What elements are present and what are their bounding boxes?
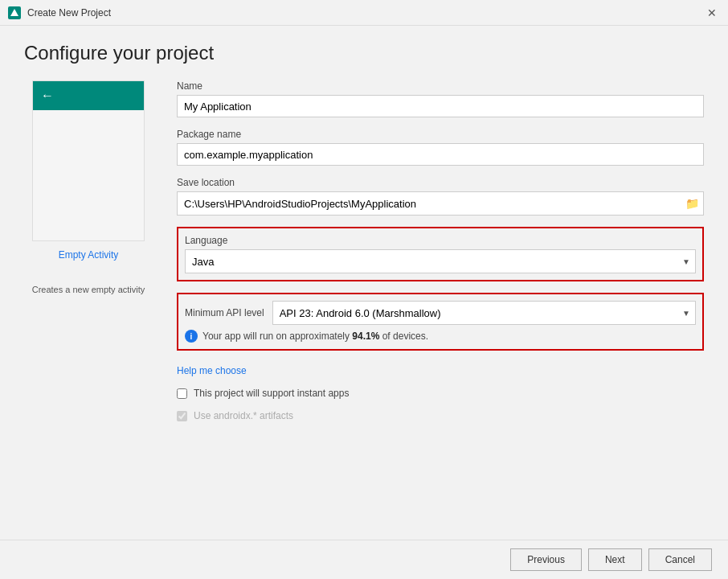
- cancel-button[interactable]: Cancel: [648, 548, 712, 571]
- content-area: Configure your project ← Empty Activity …: [0, 26, 728, 540]
- help-link[interactable]: Help me choose: [177, 365, 704, 376]
- svg-marker-0: [10, 9, 18, 16]
- info-percentage: 94.1%: [352, 331, 379, 342]
- info-icon: i: [185, 330, 198, 343]
- name-field-group: Name: [177, 80, 704, 117]
- min-api-select[interactable]: API 16: Android 4.1 (Jelly Bean) API 17:…: [273, 302, 695, 324]
- title-bar-text: Create New Project: [27, 7, 704, 18]
- app-icon: [8, 6, 21, 19]
- package-label: Package name: [177, 129, 704, 140]
- preview-body: [33, 110, 144, 240]
- info-text-before: Your app will run on approximately: [202, 331, 352, 342]
- previous-button[interactable]: Previous: [510, 548, 582, 571]
- package-input[interactable]: [177, 143, 704, 166]
- browse-button[interactable]: 📁: [681, 192, 703, 215]
- activity-preview: ←: [32, 80, 145, 241]
- min-api-row: Minimum API level API 16: Android 4.1 (J…: [185, 301, 696, 325]
- androidx-label: Use androidx.* artifacts: [194, 410, 293, 421]
- package-field-group: Package name: [177, 129, 704, 166]
- next-button[interactable]: Next: [588, 548, 642, 571]
- left-panel: ← Empty Activity Creates a new empty act…: [24, 80, 153, 532]
- instant-apps-label: This project will support instant apps: [194, 388, 349, 399]
- preview-header: ←: [33, 81, 144, 110]
- activity-description: Creates a new empty activity: [32, 285, 145, 294]
- title-bar: Create New Project ✕: [0, 0, 728, 26]
- save-location-input[interactable]: [178, 192, 681, 215]
- footer: Previous Next Cancel: [0, 540, 728, 579]
- save-location-field-group: Save location 📁: [177, 177, 704, 216]
- info-text-after: of devices.: [379, 331, 428, 342]
- close-button[interactable]: ✕: [704, 5, 720, 21]
- save-location-input-wrapper: 📁: [177, 191, 704, 216]
- language-select-wrapper: Java Kotlin ▼: [185, 249, 696, 273]
- language-select[interactable]: Java Kotlin: [186, 250, 695, 273]
- language-label: Language: [185, 235, 696, 246]
- name-input[interactable]: [177, 95, 704, 117]
- min-api-label: Minimum API level: [185, 307, 264, 318]
- instant-apps-checkbox[interactable]: [177, 388, 187, 399]
- save-label: Save location: [177, 177, 704, 188]
- activity-label: Empty Activity: [59, 249, 119, 261]
- main-window: Create New Project ✕ Configure your proj…: [0, 0, 728, 579]
- instant-apps-row: This project will support instant apps: [177, 388, 704, 399]
- androidx-row: Use androidx.* artifacts: [177, 410, 704, 421]
- name-label: Name: [177, 80, 704, 92]
- min-api-select-wrapper: API 16: Android 4.1 (Jelly Bean) API 17:…: [272, 301, 696, 325]
- min-api-outlined-box: Minimum API level API 16: Android 4.1 (J…: [177, 293, 704, 351]
- back-arrow-icon: ←: [41, 88, 54, 103]
- main-area: ← Empty Activity Creates a new empty act…: [24, 80, 704, 532]
- right-panel: Name Package name Save location 📁: [177, 80, 704, 532]
- info-text: Your app will run on approximately 94.1%…: [202, 331, 428, 342]
- language-field-group: Language Java Kotlin ▼: [185, 235, 696, 273]
- info-row: i Your app will run on approximately 94.…: [185, 330, 696, 343]
- androidx-checkbox: [177, 411, 187, 421]
- language-outlined-box: Language Java Kotlin ▼: [177, 227, 704, 281]
- page-title: Configure your project: [24, 42, 704, 64]
